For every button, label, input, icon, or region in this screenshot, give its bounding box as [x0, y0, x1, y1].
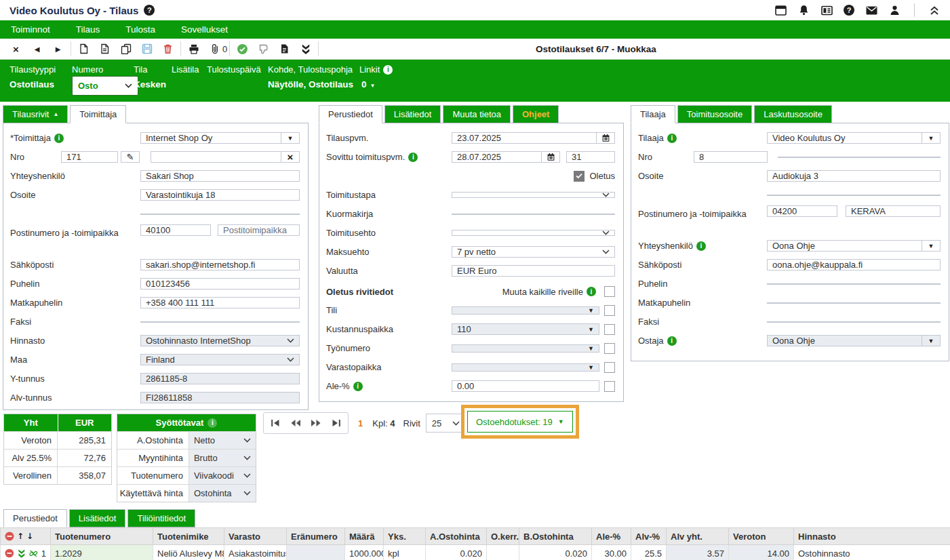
numero-select[interactable]: Osto: [72, 76, 138, 96]
toimittaja-combo[interactable]: Internet Shop Oy: [140, 132, 281, 144]
kustannuspaikka-combo[interactable]: 110▼: [452, 323, 599, 335]
tab-lines-tiliointitiedot[interactable]: Tiliöintitiedot: [127, 509, 195, 527]
close-icon[interactable]: ×: [5, 41, 26, 57]
tyonumero-combo[interactable]: ▼: [452, 344, 599, 353]
current-page-number[interactable]: 1: [358, 418, 363, 428]
tab-lines-perustiedot[interactable]: Perustiedot: [3, 509, 67, 527]
user-icon[interactable]: [888, 4, 900, 16]
cell-alv[interactable]: 25.5: [631, 545, 667, 560]
open-document-icon[interactable]: [94, 41, 115, 57]
col-hinnasto[interactable]: Hinnasto: [794, 528, 950, 545]
yhteyshenkilo-dropdown-button[interactable]: ▼: [922, 240, 941, 252]
tab-ohjeet[interactable]: Ohjeet: [513, 105, 559, 123]
reject-thumbs-down-icon[interactable]: [253, 41, 274, 57]
tab-toimitusosoite[interactable]: Toimitusosoite: [677, 105, 752, 123]
ale-input[interactable]: 0.00: [452, 380, 599, 392]
next-page-icon[interactable]: [306, 414, 326, 432]
yhteyshenkilo-info-icon[interactable]: i: [696, 241, 706, 251]
collapse-up-icon[interactable]: [928, 4, 941, 16]
ale-checkbox[interactable]: [604, 381, 615, 392]
tilauspvm-input[interactable]: 23.07.2025: [452, 132, 597, 144]
myyntihinta-select[interactable]: Brutto: [189, 449, 256, 466]
customer-faksi-input[interactable]: [767, 321, 941, 323]
tab-laskutusosoite[interactable]: Laskutusosoite: [754, 105, 832, 123]
toimipaikka-input[interactable]: Postitoimipaikka: [218, 224, 300, 236]
unlink-icon[interactable]: [28, 548, 39, 559]
postinumero-input[interactable]: 40100: [140, 224, 211, 236]
col-tuotenumero[interactable]: Tuotenumero: [51, 528, 153, 545]
varastopaikka-checkbox[interactable]: [604, 362, 615, 373]
calendar-icon[interactable]: [596, 132, 615, 144]
sort-down-icon[interactable]: ↓: [26, 532, 33, 541]
calendar-icon[interactable]: [541, 151, 560, 163]
toimitusehto-select[interactable]: [452, 230, 615, 236]
clear-x-button[interactable]: ×: [281, 151, 300, 163]
col-yks[interactable]: Yks.: [384, 528, 426, 545]
ostaja-dropdown-button[interactable]: ▼: [922, 335, 941, 346]
customer-osoite-input-2[interactable]: [767, 195, 941, 196]
sahkoposti-input[interactable]: sakari.shop@internetshop.fi: [140, 259, 300, 271]
toimitusaika-days-input[interactable]: 31: [566, 151, 615, 163]
cell-tuotenimike[interactable]: Neliö Aluslevy M8: [153, 545, 224, 560]
col-ale[interactable]: Ale-%: [592, 528, 631, 545]
menu-item-toiminnot[interactable]: Toiminnot: [11, 24, 50, 35]
previous-page-icon[interactable]: [285, 414, 306, 432]
osoite-input-2[interactable]: [140, 214, 300, 215]
help-icon[interactable]: ?: [144, 5, 155, 16]
osoite-input-1[interactable]: Varastointikuja 18: [140, 189, 300, 201]
customer-matkapuhelin-input[interactable]: [767, 302, 941, 304]
col-maara[interactable]: Määrä: [345, 528, 384, 545]
import-rows-icon[interactable]: [295, 41, 316, 57]
tab-lines-lisatiedot[interactable]: Lisätiedot: [69, 509, 126, 527]
menu-item-tilaus[interactable]: Tilaus: [76, 24, 100, 35]
toimittaja-info-icon[interactable]: i: [54, 134, 64, 143]
sovittu-input[interactable]: 28.07.2025: [452, 151, 542, 163]
save-icon[interactable]: [136, 41, 157, 57]
faksi-input[interactable]: [140, 321, 300, 323]
remove-all-rows-icon[interactable]: [5, 532, 14, 541]
tilaaja-dropdown-button[interactable]: ▼: [922, 132, 941, 144]
cell-hinnasto[interactable]: Ostohinnasto: [794, 545, 950, 560]
muuta-kaikille-checkbox[interactable]: [604, 286, 615, 297]
tili-checkbox[interactable]: [604, 305, 615, 316]
tab-muuta-tietoa[interactable]: Muuta tietoa: [443, 105, 511, 123]
linkit-value[interactable]: 0▼: [361, 79, 375, 89]
customer-osoite-input-1[interactable]: Audiokuja 3: [767, 170, 941, 182]
new-document-icon[interactable]: [73, 41, 94, 57]
customer-toimipaikka-input[interactable]: KERAVA: [846, 205, 941, 217]
col-eranumero[interactable]: Eränumero: [287, 528, 345, 545]
cell-o-kerr[interactable]: [487, 545, 519, 560]
yhteyshenkilo-input[interactable]: Sakari Shop: [140, 170, 300, 182]
customer-yhteyshenkilo-combo[interactable]: Oona Ohje: [767, 240, 922, 252]
cell-maara[interactable]: 1000.000: [345, 545, 384, 560]
toimittaja-search-input[interactable]: [151, 151, 281, 163]
col-tuotenimike[interactable]: Tuotenimike: [153, 528, 224, 545]
remove-row-icon[interactable]: [5, 548, 14, 558]
report-document-icon[interactable]: [274, 41, 295, 57]
toimitustapa-select[interactable]: [452, 192, 615, 198]
tilaaja-combo[interactable]: Video Koulutus Oy: [767, 132, 922, 144]
last-page-icon[interactable]: [326, 414, 347, 432]
col-alv-yht[interactable]: Alv yht.: [667, 528, 729, 545]
a-ostohinta-select[interactable]: Netto: [189, 432, 256, 449]
registry-card-icon[interactable]: [820, 4, 833, 16]
valuutta-input[interactable]: EUR Euro: [452, 265, 615, 277]
approve-icon[interactable]: [232, 41, 253, 57]
messages-envelope-icon[interactable]: [865, 4, 877, 16]
tab-tilaaja[interactable]: Tilaaja: [631, 105, 675, 123]
tilaaja-info-icon[interactable]: i: [667, 134, 677, 143]
kustannuspaikka-checkbox[interactable]: [604, 324, 615, 335]
col-a-ostohinta[interactable]: A.Ostohinta: [426, 528, 487, 545]
customer-puhelin-input[interactable]: [767, 283, 941, 285]
cell-ale[interactable]: 30.00: [592, 545, 631, 560]
first-page-icon[interactable]: [265, 414, 285, 432]
next-record-icon[interactable]: ▶: [47, 41, 68, 57]
tyonumero-checkbox[interactable]: [604, 343, 615, 354]
copy-icon[interactable]: [115, 41, 136, 57]
cell-a-ostohinta[interactable]: 0.020: [426, 545, 487, 560]
purchase-suggestions-button[interactable]: Ostoehdotukset: 19 ▼: [467, 411, 573, 433]
menu-item-tulosta[interactable]: Tulosta: [125, 24, 155, 35]
sovittu-info-icon[interactable]: i: [408, 153, 418, 162]
customer-sahkoposti-input[interactable]: oona.ohje@kauppala.fi: [767, 259, 941, 271]
linkit-info-icon[interactable]: i: [383, 65, 393, 75]
